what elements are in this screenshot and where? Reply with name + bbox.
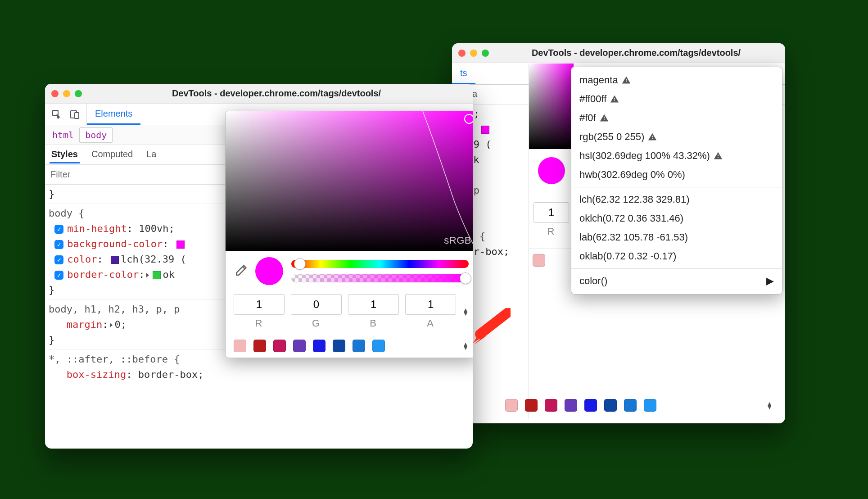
palette-swatch[interactable] bbox=[533, 254, 545, 267]
selector[interactable]: body { bbox=[49, 208, 84, 219]
palette-swatch[interactable] bbox=[293, 340, 306, 352]
color-picker-peek: R bbox=[529, 64, 574, 419]
format-item-magenta[interactable]: magenta bbox=[571, 71, 782, 90]
property-value[interactable]: 100vh; bbox=[139, 223, 174, 234]
channel-input[interactable] bbox=[234, 294, 285, 315]
traffic-close-button[interactable] bbox=[458, 50, 466, 57]
palette-swatch[interactable] bbox=[353, 340, 365, 352]
inspect-element-icon[interactable] bbox=[51, 109, 62, 120]
channel-label: R bbox=[234, 318, 285, 329]
property-enable-checkbox[interactable] bbox=[54, 240, 63, 249]
color-swatch[interactable] bbox=[481, 126, 489, 134]
traffic-maximize-button[interactable] bbox=[75, 90, 82, 97]
palette-swatch[interactable] bbox=[333, 340, 345, 352]
palette-swatch[interactable] bbox=[545, 399, 557, 412]
color-swatch[interactable] bbox=[111, 256, 119, 264]
breadcrumb-html[interactable]: html bbox=[47, 128, 79, 142]
subtab-styles[interactable]: Styles bbox=[50, 146, 80, 163]
format-item-hwb[interactable]: hwb(302.69deg 0% 0%) bbox=[571, 165, 782, 184]
saturation-handle[interactable] bbox=[464, 114, 473, 124]
palette-swatch[interactable] bbox=[253, 340, 266, 352]
titlebar: DevTools - developer.chrome.com/tags/dev… bbox=[452, 43, 785, 63]
eyedropper-icon[interactable] bbox=[234, 264, 247, 278]
channel-input[interactable] bbox=[533, 202, 569, 223]
property-enable-checkbox[interactable] bbox=[54, 255, 63, 264]
colorspace-label: sRGB bbox=[444, 235, 471, 246]
saturation-field[interactable]: sRGB bbox=[226, 111, 473, 251]
channel-r-peek: R bbox=[533, 202, 569, 237]
expand-icon[interactable] bbox=[110, 323, 113, 327]
alpha-slider-thumb[interactable] bbox=[460, 272, 471, 284]
channel-input[interactable] bbox=[405, 294, 456, 315]
property-value[interactable]: ok bbox=[163, 269, 175, 280]
saturation-field-peek[interactable] bbox=[529, 64, 574, 149]
format-item-rgb[interactable]: rgb(255 0 255) bbox=[571, 127, 782, 146]
subtab-layout[interactable]: La bbox=[145, 146, 158, 163]
format-item-lch[interactable]: lch(62.32 122.38 329.81) bbox=[571, 190, 782, 209]
expand-icon[interactable] bbox=[146, 273, 149, 277]
traffic-close-button[interactable] bbox=[51, 90, 59, 97]
property-name[interactable]: margin bbox=[67, 319, 102, 330]
property-value[interactable]: lch(32.39 ( bbox=[121, 254, 186, 265]
device-toggle-icon[interactable] bbox=[69, 109, 80, 120]
property-value[interactable]: 0; bbox=[114, 319, 127, 330]
tab-elements[interactable]: Elements bbox=[87, 104, 140, 125]
color-swatch[interactable] bbox=[153, 271, 161, 279]
selector[interactable]: body, h1, h2, h3, p, p bbox=[49, 304, 180, 315]
property-enable-checkbox[interactable] bbox=[54, 271, 63, 280]
format-item-hex-short[interactable]: #f0f bbox=[571, 109, 782, 127]
channel-input[interactable] bbox=[348, 294, 399, 315]
palette-swatch[interactable] bbox=[313, 340, 326, 352]
palette-swatch[interactable] bbox=[604, 399, 617, 412]
format-item-hex[interactable]: #ff00ff bbox=[571, 90, 782, 109]
palette-swatch[interactable] bbox=[273, 340, 286, 352]
stepper-down-icon[interactable]: ▼ bbox=[462, 312, 469, 315]
palette-swatch[interactable] bbox=[372, 340, 385, 352]
color-swatch[interactable] bbox=[176, 240, 185, 249]
hue-slider-thumb[interactable] bbox=[294, 258, 306, 270]
warning-icon bbox=[714, 151, 723, 160]
palette-row-peek bbox=[529, 248, 574, 272]
svg-rect-2 bbox=[75, 113, 79, 118]
alpha-slider[interactable] bbox=[291, 274, 469, 282]
palette-swatch[interactable] bbox=[624, 399, 637, 412]
property-name[interactable]: box-sizing bbox=[67, 369, 126, 380]
channel-input[interactable] bbox=[291, 294, 342, 315]
property-name[interactable]: color bbox=[67, 254, 97, 265]
property-value[interactable]: border-box; bbox=[138, 369, 204, 380]
property-name[interactable]: background-color bbox=[67, 238, 163, 250]
palette-row: ▲▼ bbox=[226, 334, 473, 358]
traffic-maximize-button[interactable] bbox=[482, 50, 489, 57]
palette-stepper[interactable]: ▲▼ bbox=[766, 402, 773, 409]
selector[interactable]: *, ::after, ::before { bbox=[49, 354, 180, 365]
palette-swatch[interactable] bbox=[644, 399, 656, 412]
palette-stepper[interactable]: ▲▼ bbox=[462, 342, 469, 349]
palette-swatch[interactable] bbox=[565, 399, 577, 412]
channel-label: B bbox=[348, 318, 399, 329]
color-picker: sRGB R bbox=[225, 111, 473, 358]
hue-slider[interactable] bbox=[291, 260, 469, 268]
format-stepper[interactable]: ▲ ▼ bbox=[462, 308, 469, 315]
subtab-computed[interactable]: Computed bbox=[90, 146, 135, 163]
palette-swatch[interactable] bbox=[234, 340, 246, 352]
format-submenu-color[interactable]: color() ▶ bbox=[571, 272, 782, 290]
palette-swatch[interactable] bbox=[505, 399, 518, 412]
palette-swatch[interactable] bbox=[584, 399, 597, 412]
palette-row-back: ▲▼ bbox=[497, 394, 781, 417]
traffic-minimize-button[interactable] bbox=[63, 90, 70, 97]
menu-separator bbox=[571, 268, 782, 269]
tab-elements-frag[interactable]: ts bbox=[452, 63, 475, 84]
palette-swatch[interactable] bbox=[525, 399, 538, 412]
traffic-minimize-button[interactable] bbox=[470, 50, 477, 57]
format-item-oklab[interactable]: oklab(0.72 0.32 -0.17) bbox=[571, 247, 782, 266]
breadcrumb-body[interactable]: body bbox=[79, 127, 113, 143]
format-item-oklch[interactable]: oklch(0.72 0.36 331.46) bbox=[571, 209, 782, 228]
format-item-hsl[interactable]: hsl(302.69deg 100% 43.32%) bbox=[571, 146, 782, 165]
format-item-lab[interactable]: lab(62.32 105.78 -61.53) bbox=[571, 228, 782, 247]
property-name[interactable]: min-height bbox=[67, 223, 127, 234]
current-color-swatch bbox=[255, 257, 283, 285]
channel-b: B bbox=[348, 294, 399, 329]
channel-label: R bbox=[533, 226, 569, 237]
property-name[interactable]: border-color bbox=[67, 269, 139, 280]
property-enable-checkbox[interactable] bbox=[54, 225, 63, 234]
